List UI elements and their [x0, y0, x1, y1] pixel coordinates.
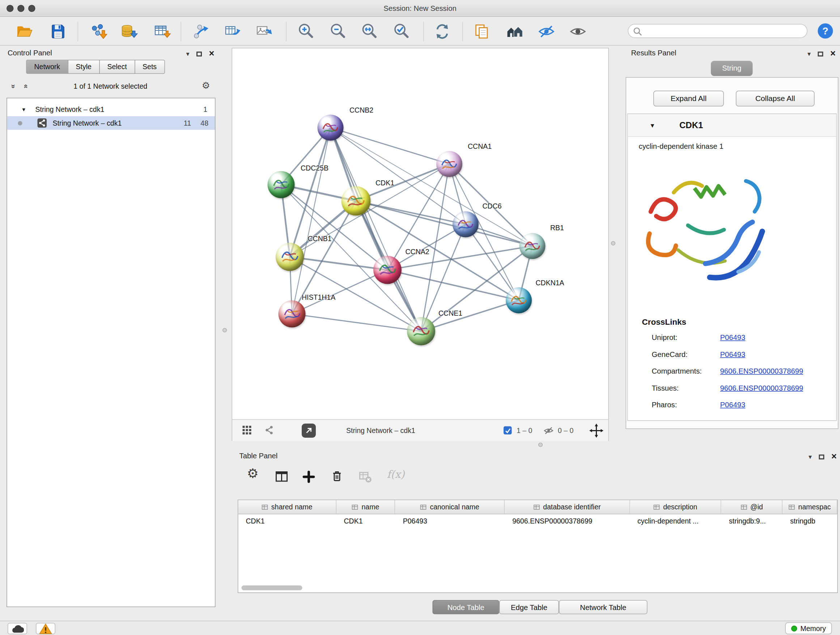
search-input[interactable] — [644, 25, 803, 38]
tab-node-table[interactable]: Node Table — [433, 600, 500, 614]
column-header-shared-name[interactable]: shared name — [238, 500, 336, 515]
panel-float-icon[interactable] — [818, 51, 823, 57]
cell-shared-name[interactable]: CDK1 — [238, 515, 336, 528]
column-header-namespace[interactable]: namespac — [783, 500, 837, 515]
warnings-button[interactable] — [36, 623, 55, 635]
hidden-eye-slash-icon[interactable] — [543, 425, 554, 436]
show-all-eye-icon[interactable] — [569, 22, 587, 41]
panel-collapse-icon[interactable]: ▾ — [808, 454, 812, 460]
memory-button[interactable]: Memory — [785, 622, 832, 634]
cell-description[interactable]: cyclin-dependent ... — [630, 515, 722, 528]
network-edge[interactable] — [421, 301, 519, 332]
gene-section-header[interactable]: ▾ CDK1 — [628, 114, 836, 137]
network-node-CCNA1[interactable] — [436, 151, 462, 177]
help-icon[interactable]: ? — [817, 23, 834, 39]
network-edge[interactable] — [331, 128, 422, 332]
cell-namespace[interactable]: stringdb — [783, 515, 837, 528]
cell-id[interactable]: stringdb:9... — [722, 515, 783, 528]
search-box[interactable] — [628, 24, 808, 38]
column-header-id[interactable]: @id — [722, 500, 783, 515]
crosslink-genecard-link[interactable]: P06493 — [720, 350, 745, 359]
network-edge[interactable] — [387, 270, 519, 301]
cell-database-identifier[interactable]: 9606.ENSP00000378699 — [505, 515, 630, 528]
network-node-RB1[interactable] — [519, 233, 546, 259]
export-view-button[interactable] — [302, 424, 316, 438]
new-table-icon[interactable] — [224, 22, 242, 41]
network-node-HIST1H1A[interactable] — [279, 301, 306, 328]
cell-name[interactable]: CDK1 — [336, 515, 395, 528]
cloud-button[interactable] — [8, 623, 27, 635]
column-header-description[interactable]: description — [630, 500, 722, 515]
panel-close-icon[interactable]: × — [209, 50, 215, 57]
panel-close-icon[interactable]: × — [831, 453, 837, 461]
tab-select[interactable]: Select — [99, 60, 135, 74]
zoom-out-icon[interactable] — [329, 22, 347, 41]
tab-style[interactable]: Style — [68, 60, 99, 74]
import-table-icon[interactable] — [153, 22, 172, 41]
section-expander-icon[interactable]: ▾ — [651, 121, 654, 130]
home-networks-icon[interactable] — [506, 22, 524, 41]
export-image-icon[interactable] — [255, 22, 273, 41]
birds-eye-view-icon[interactable] — [264, 424, 275, 435]
network-canvas[interactable]: CCNB2CCNA1CDC25BCDK1CDC6RB1CCNB1CCNA2CDK… — [232, 49, 608, 420]
collapse-all-button[interactable]: Collapse All — [736, 91, 815, 107]
new-network-from-selection-icon[interactable] — [192, 22, 210, 41]
network-node-CDC25B[interactable] — [268, 171, 295, 198]
hide-selected-eye-slash-icon[interactable] — [537, 22, 556, 41]
selected-nodes-checkbox[interactable] — [504, 426, 512, 435]
tab-network[interactable]: Network — [26, 60, 68, 74]
copy-document-icon[interactable] — [473, 22, 491, 41]
table-row[interactable]: CDK1 CDK1 P06493 9606.ENSP00000378699 cy… — [238, 515, 837, 528]
network-edge[interactable] — [292, 128, 331, 314]
panel-float-icon[interactable] — [819, 454, 824, 459]
network-edge[interactable] — [292, 270, 387, 314]
network-edge[interactable] — [292, 314, 421, 331]
network-collection-row[interactable]: ▾ String Network – cdk1 1 — [7, 103, 215, 117]
zoom-fit-icon[interactable] — [360, 22, 379, 41]
column-header-database-identifier[interactable]: database identifier — [505, 500, 630, 515]
open-session-icon[interactable] — [15, 22, 34, 41]
tab-sets[interactable]: Sets — [134, 60, 165, 74]
network-row-selected[interactable]: String Network – cdk1 11 48 — [7, 116, 215, 130]
network-node-CCNE1[interactable] — [407, 317, 435, 345]
import-network-from-database-icon[interactable] — [120, 22, 139, 41]
panel-float-icon[interactable] — [196, 51, 202, 57]
column-header-canonical-name[interactable]: canonical name — [395, 500, 505, 515]
panel-collapse-icon[interactable]: ▾ — [807, 51, 811, 57]
table-settings-gear-icon[interactable]: ⚙ — [247, 466, 259, 481]
tree-expander-icon[interactable]: ▾ — [22, 103, 25, 117]
zoom-selected-icon[interactable] — [393, 22, 411, 41]
crosslink-pharos-link[interactable]: P06493 — [720, 401, 745, 409]
horizontal-scrollbar-thumb[interactable] — [242, 585, 302, 591]
crosslink-compartments-link[interactable]: 9606.ENSP00000378699 — [720, 367, 804, 375]
crosslink-uniprot-link[interactable]: P06493 — [720, 333, 745, 342]
network-node-CCNB2[interactable] — [317, 115, 344, 141]
bottom-splitter-handle[interactable] — [538, 443, 543, 447]
save-session-icon[interactable] — [49, 22, 67, 41]
grid-view-icon[interactable] — [242, 425, 252, 435]
import-network-icon[interactable] — [89, 22, 107, 41]
network-node-CDC6[interactable] — [453, 211, 478, 238]
expand-all-button[interactable]: Expand All — [653, 91, 724, 107]
delete-column-trash-icon[interactable] — [331, 470, 344, 483]
cell-canonical-name[interactable]: P06493 — [395, 515, 505, 528]
gear-icon[interactable]: ⚙ — [202, 80, 210, 92]
network-node-CDK1[interactable] — [341, 187, 371, 216]
network-edge[interactable] — [356, 164, 449, 201]
select-columns-icon[interactable] — [275, 470, 288, 483]
panel-collapse-icon[interactable]: ▾ — [186, 51, 189, 57]
network-node-CCNB1[interactable] — [276, 243, 304, 271]
tab-string[interactable]: String — [711, 61, 753, 76]
network-node-CDKN1A[interactable] — [506, 287, 532, 314]
add-column-plus-icon[interactable] — [302, 470, 316, 483]
right-splitter-handle[interactable] — [611, 241, 615, 245]
refresh-icon[interactable] — [433, 22, 452, 41]
pan-move-icon[interactable] — [589, 424, 603, 438]
tab-edge-table[interactable]: Edge Table — [499, 600, 559, 614]
left-splitter-handle[interactable] — [223, 328, 227, 333]
zoom-in-icon[interactable] — [297, 22, 316, 41]
network-edge[interactable] — [356, 201, 532, 246]
panel-close-icon[interactable]: × — [830, 50, 836, 57]
crosslink-tissues-link[interactable]: 9606.ENSP00000378699 — [720, 384, 804, 393]
network-edge[interactable] — [331, 128, 450, 165]
